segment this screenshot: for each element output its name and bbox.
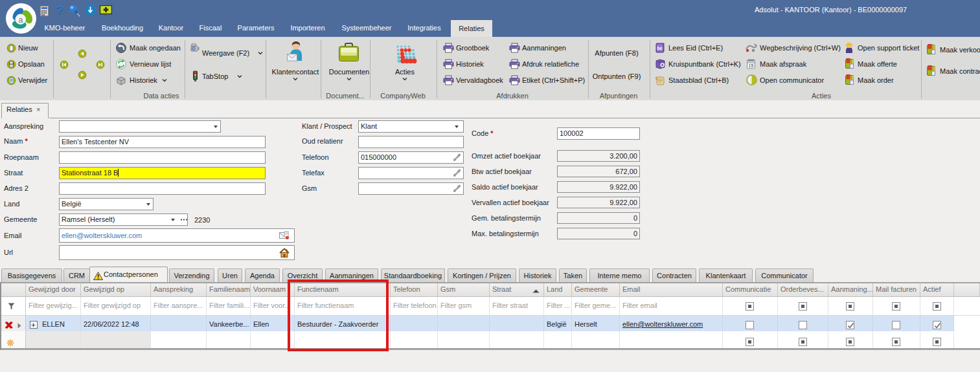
svg-text:a: a: [18, 15, 23, 25]
svg-text:be: be: [657, 46, 662, 50]
svg-text:15: 15: [749, 63, 754, 68]
